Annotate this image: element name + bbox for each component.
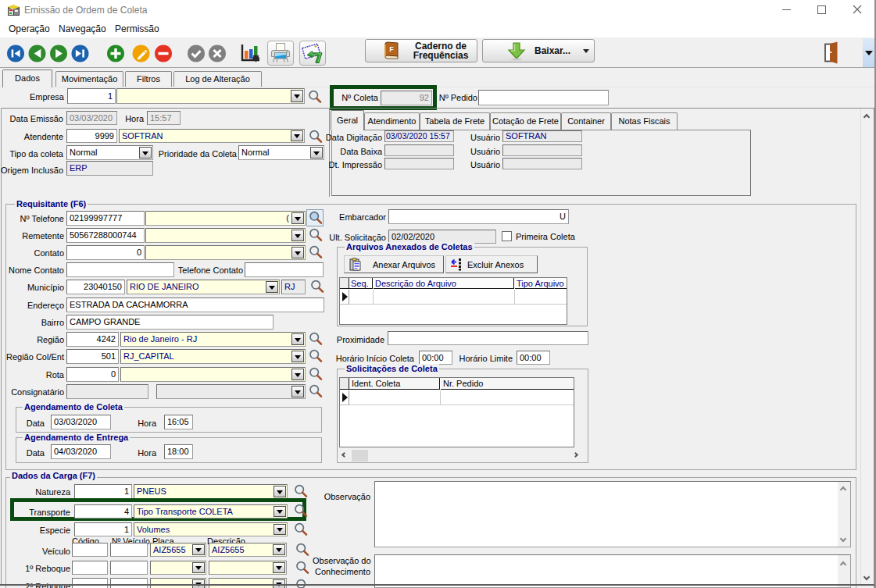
svg-text:F: F <box>389 45 394 53</box>
